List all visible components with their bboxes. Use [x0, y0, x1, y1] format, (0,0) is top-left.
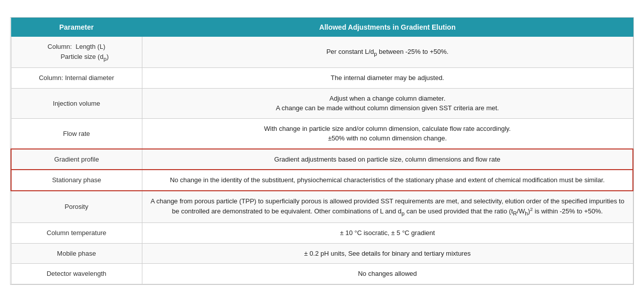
table-row: Injection volumeAdjust when a change col…: [11, 88, 633, 118]
adjustment-cell: No change in the identity of the substit…: [142, 170, 633, 191]
parameter-cell: Column: Length (L) Particle size (dp): [11, 37, 142, 68]
adjustment-cell: Per constant L/dp between -25% to +50%.: [142, 37, 633, 68]
parameter-cell: Porosity: [11, 191, 142, 223]
header-parameter: Parameter: [11, 18, 142, 37]
table-row: Gradient profileGradient adjustments bas…: [11, 149, 633, 170]
parameter-cell: Detector wavelength: [11, 264, 142, 284]
parameter-cell: Flow rate: [11, 118, 142, 149]
table-body: Column: Length (L) Particle size (dp)Per…: [11, 37, 633, 284]
adjustment-cell: A change from porous particle (TPP) to s…: [142, 191, 633, 223]
parameter-cell: Injection volume: [11, 88, 142, 118]
adjustment-cell: Adjust when a change column diameter.A c…: [142, 88, 633, 118]
header-adjustments: Allowed Adjustments in Gradient Elution: [142, 18, 633, 37]
adjustment-cell: ± 10 °C isocratic, ± 5 °C gradient: [142, 223, 633, 244]
parameter-cell: Column temperature: [11, 223, 142, 244]
adjustment-cell: No changes allowed: [142, 264, 633, 284]
adjustment-cell: The internal diameter may be adjusted.: [142, 68, 633, 89]
parameter-cell: Stationary phase: [11, 170, 142, 191]
parameter-cell: Gradient profile: [11, 149, 142, 170]
table-row: Column temperature± 10 °C isocratic, ± 5…: [11, 223, 633, 244]
table-header-row: Parameter Allowed Adjustments in Gradien…: [11, 18, 633, 37]
table-row: Stationary phaseNo change in the identit…: [11, 170, 633, 191]
table-row: Flow rateWith change in particle size an…: [11, 118, 633, 149]
table-row: Column: Length (L) Particle size (dp)Per…: [11, 37, 633, 68]
table-row: Mobile phase± 0.2 pH units, See details …: [11, 243, 633, 264]
table-row: Detector wavelengthNo changes allowed: [11, 264, 633, 284]
parameter-cell: Mobile phase: [11, 243, 142, 264]
adjustment-cell: With change in particle size and/or colu…: [142, 118, 633, 149]
adjustment-cell: Gradient adjustments based on particle s…: [142, 149, 633, 170]
table-row: PorosityA change from porous particle (T…: [11, 191, 633, 223]
main-table-wrapper: Parameter Allowed Adjustments in Gradien…: [10, 17, 634, 285]
adjustment-cell: ± 0.2 pH units, See details for binary a…: [142, 243, 633, 264]
parameters-table: Parameter Allowed Adjustments in Gradien…: [11, 18, 633, 284]
table-row: Column: Internal diameterThe internal di…: [11, 68, 633, 89]
parameter-cell: Column: Internal diameter: [11, 68, 142, 89]
